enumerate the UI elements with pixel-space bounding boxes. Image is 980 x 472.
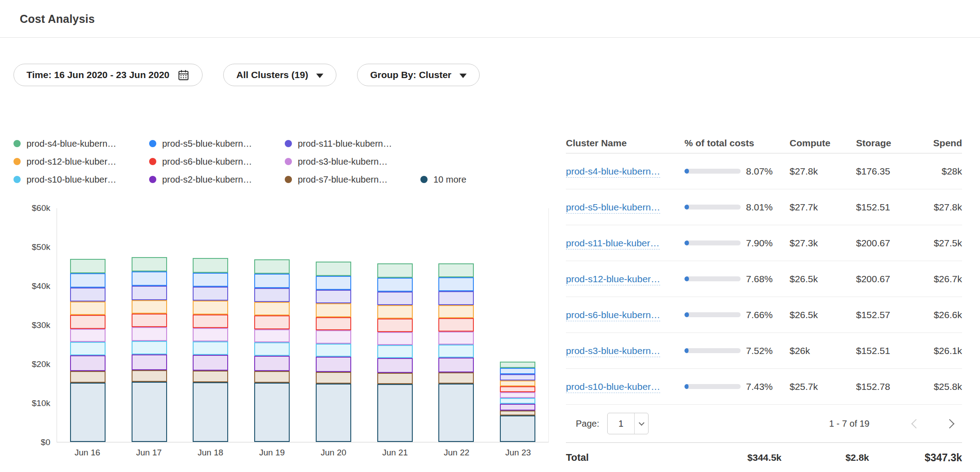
pct-cell: 7.68% bbox=[684, 274, 790, 284]
clusters-filter-button[interactable]: All Clusters (19) bbox=[223, 64, 336, 86]
cost-chart-panel: prod-s4-blue-kubern…prod-s5-blue-kubern…… bbox=[13, 133, 566, 472]
legend-item[interactable]: prod-s2-blue-kubern… bbox=[149, 175, 285, 185]
page-title: Cost Analysis bbox=[20, 13, 960, 26]
main-content: prod-s4-blue-kubern…prod-s5-blue-kubern…… bbox=[0, 133, 980, 472]
chart-bar-jun-17[interactable] bbox=[132, 257, 167, 442]
bar-segment bbox=[438, 358, 474, 372]
legend-item[interactable]: prod-s4-blue-kubern… bbox=[13, 139, 149, 149]
pct-cell: 8.07% bbox=[684, 166, 790, 177]
pager-controls bbox=[913, 420, 953, 427]
bar-segment bbox=[438, 263, 474, 277]
bar-segment bbox=[254, 315, 290, 329]
page-header: Cost Analysis bbox=[0, 0, 980, 38]
cluster-link[interactable]: prod-s5-blue-kubern… bbox=[566, 202, 660, 214]
previous-page-button[interactable] bbox=[911, 419, 921, 428]
bar-segment bbox=[132, 354, 167, 370]
legend-item[interactable]: prod-s6-blue-kubern… bbox=[149, 157, 285, 167]
legend-swatch-icon bbox=[149, 176, 156, 183]
legend-label: 10 more bbox=[433, 175, 466, 185]
pct-bar-track bbox=[684, 384, 741, 389]
y-axis-tick: $60k bbox=[32, 203, 50, 213]
legend-item[interactable]: prod-s11-blue-kubern… bbox=[285, 139, 392, 149]
bar-segment bbox=[132, 271, 167, 286]
bar-segment bbox=[70, 315, 106, 328]
chart-bar-jun-21[interactable] bbox=[377, 263, 413, 442]
legend-label: prod-s5-blue-kubern… bbox=[162, 139, 252, 149]
bar-segment bbox=[70, 273, 106, 287]
total-storage: $2.8k bbox=[781, 452, 869, 463]
x-axis: Jun 16Jun 17Jun 18Jun 19Jun 20Jun 21Jun … bbox=[57, 448, 549, 458]
legend-label: prod-s4-blue-kubern… bbox=[26, 139, 116, 149]
group-by-filter-button[interactable]: Group By: Cluster bbox=[357, 64, 480, 86]
bar-segment bbox=[316, 276, 351, 290]
cluster-name-cell: prod-s4-blue-kubern… bbox=[566, 166, 684, 177]
pct-cell: 8.01% bbox=[684, 202, 790, 213]
spend-value: $27.5k bbox=[923, 238, 962, 249]
next-page-button[interactable] bbox=[945, 419, 954, 428]
page-select[interactable]: 1 bbox=[607, 413, 649, 434]
bar-segment bbox=[193, 382, 228, 442]
pct-value: 7.68% bbox=[746, 274, 773, 284]
time-filter-label: Time: 16 Jun 2020 - 23 Jun 2020 bbox=[26, 70, 169, 80]
compute-value: $26.5k bbox=[790, 310, 856, 320]
bar-segment bbox=[316, 344, 351, 357]
legend-item[interactable]: prod-s12-blue-kuber… bbox=[13, 157, 149, 167]
calendar-icon bbox=[177, 69, 190, 81]
storage-value: $200.67 bbox=[856, 274, 923, 284]
chart-bar-jun-23[interactable] bbox=[500, 362, 535, 442]
legend-row: prod-s12-blue-kuber…prod-s6-blue-kubern…… bbox=[13, 153, 566, 170]
cluster-link[interactable]: prod-s4-blue-kubern… bbox=[566, 166, 660, 178]
bar-segment bbox=[316, 303, 351, 317]
filter-bar: Time: 16 Jun 2020 - 23 Jun 2020 All Clus… bbox=[13, 64, 980, 86]
pct-bar-track bbox=[684, 312, 741, 317]
spend-value: $27.8k bbox=[923, 202, 962, 213]
bar-segment bbox=[254, 302, 290, 315]
table-row: prod-s10-blue-kuber…7.43%$25.7k$152.78$2… bbox=[566, 369, 962, 405]
legend-swatch-icon bbox=[13, 176, 21, 183]
legend-item[interactable]: prod-s7-blue-kubern… bbox=[285, 175, 420, 185]
legend-label: prod-s6-blue-kubern… bbox=[162, 157, 252, 167]
x-axis-label: Jun 16 bbox=[67, 448, 108, 458]
legend-item[interactable]: prod-s3-blue-kubern… bbox=[285, 157, 388, 167]
bar-segment bbox=[70, 329, 106, 342]
bar-segment bbox=[316, 330, 351, 344]
cluster-link[interactable]: prod-s11-blue-kuber… bbox=[566, 238, 660, 249]
bar-segment bbox=[70, 355, 106, 371]
bar-segment bbox=[132, 341, 167, 354]
bar-segment bbox=[316, 357, 351, 372]
compute-value: $26.5k bbox=[790, 274, 856, 284]
column-header: Storage bbox=[856, 138, 923, 149]
legend-item[interactable]: prod-s10-blue-kuber… bbox=[13, 175, 149, 185]
legend-label: prod-s2-blue-kubern… bbox=[162, 175, 252, 185]
bar-segment bbox=[438, 332, 474, 345]
y-axis-tick: $10k bbox=[32, 398, 50, 408]
pct-bar-fill bbox=[684, 348, 689, 353]
time-filter-button[interactable]: Time: 16 Jun 2020 - 23 Jun 2020 bbox=[13, 64, 203, 86]
cluster-link[interactable]: prod-s3-blue-kubern… bbox=[566, 345, 660, 357]
spend-value: $26.6k bbox=[923, 310, 962, 320]
chart-bar-jun-22[interactable] bbox=[438, 263, 474, 442]
bar-segment bbox=[70, 288, 106, 302]
pct-bar-track bbox=[684, 240, 741, 245]
cluster-link[interactable]: prod-s6-blue-kubern… bbox=[566, 310, 660, 321]
x-axis-label: Jun 19 bbox=[252, 448, 292, 458]
cluster-link[interactable]: prod-s12-blue-kuber… bbox=[566, 274, 660, 285]
cluster-link[interactable]: prod-s10-blue-kuber… bbox=[566, 381, 660, 393]
cluster-name-cell: prod-s12-blue-kuber… bbox=[566, 274, 684, 284]
table-row: prod-s4-blue-kubern…8.07%$27.8k$176.35$2… bbox=[566, 153, 962, 189]
group-by-filter-label: Group By: Cluster bbox=[370, 70, 451, 80]
chart-bar-jun-16[interactable] bbox=[70, 259, 106, 442]
total-compute: $344.5k bbox=[638, 452, 781, 463]
pct-bar-fill bbox=[684, 312, 689, 317]
spend-value: $28k bbox=[923, 166, 962, 177]
legend-item[interactable]: prod-s5-blue-kubern… bbox=[149, 139, 285, 149]
chart-bar-jun-20[interactable] bbox=[316, 262, 351, 442]
y-axis-tick: $50k bbox=[32, 242, 50, 252]
chart-bar-jun-18[interactable] bbox=[193, 258, 228, 442]
table-row: prod-s12-blue-kuber…7.68%$26.5k$200.67$2… bbox=[566, 261, 962, 297]
legend-item[interactable]: 10 more bbox=[420, 175, 466, 185]
chart-bar-jun-19[interactable] bbox=[254, 259, 290, 442]
storage-value: $176.35 bbox=[856, 166, 923, 177]
y-axis-tick: $20k bbox=[32, 359, 50, 369]
pct-cell: 7.66% bbox=[684, 310, 790, 320]
